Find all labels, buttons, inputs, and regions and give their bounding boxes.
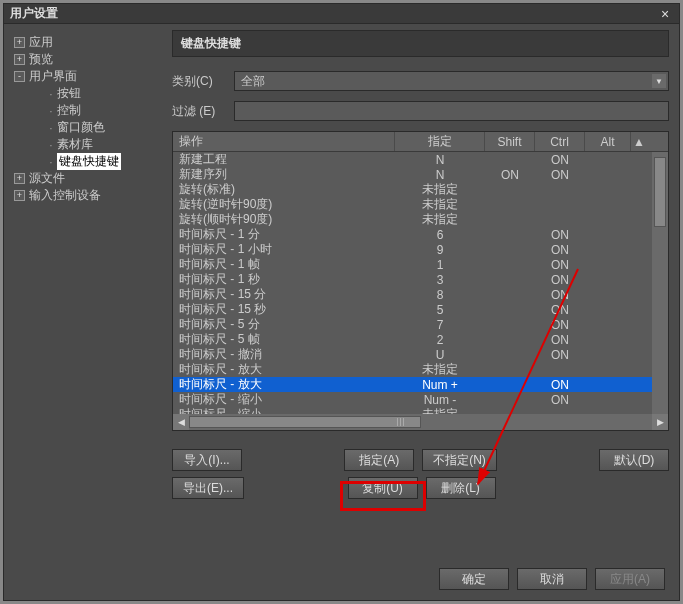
table-row[interactable]: 时间标尺 - 15 秒5ON — [173, 302, 668, 317]
table-row[interactable]: 时间标尺 - 撤消UON — [173, 347, 668, 362]
header-action[interactable]: 操作 — [173, 132, 395, 151]
tree-bullet-icon: · — [47, 104, 55, 118]
table-body[interactable]: 新建工程NON新建序列NONON旋转(标准)未指定旋转(逆时针90度)未指定旋转… — [173, 152, 668, 414]
table-row[interactable]: 时间标尺 - 5 帧2ON — [173, 332, 668, 347]
scroll-left-icon[interactable]: ◀ — [173, 414, 189, 430]
scroll-right-icon[interactable]: ▶ — [652, 414, 668, 430]
category-row: 类别(C) 全部 ▼ — [172, 71, 669, 91]
user-settings-dialog: 用户设置 × +应用+预览-用户界面·按钮·控制·窗口颜色·素材库·键盘快捷键+… — [3, 3, 680, 601]
expand-icon[interactable]: + — [14, 173, 25, 184]
cell-key: N — [395, 168, 485, 182]
table-row[interactable]: 时间标尺 - 缩小Num -ON — [173, 392, 668, 407]
table-row[interactable]: 时间标尺 - 缩小未指定 — [173, 407, 668, 414]
tree-item-label: 应用 — [29, 34, 53, 51]
tree-item[interactable]: +源文件 — [12, 170, 164, 187]
header-alt[interactable]: Alt — [585, 132, 631, 151]
category-combo[interactable]: 全部 ▼ — [234, 71, 669, 91]
titlebar: 用户设置 × — [4, 4, 679, 24]
duplicate-button[interactable]: 复制(U) — [348, 477, 418, 499]
filter-input[interactable] — [234, 101, 669, 121]
cell-key: U — [395, 348, 485, 362]
cell-action: 时间标尺 - 缩小 — [173, 406, 395, 414]
cell-key: 3 — [395, 273, 485, 287]
tree-item-label: 输入控制设备 — [29, 187, 101, 204]
table-row[interactable]: 时间标尺 - 放大Num +ON — [173, 377, 668, 392]
delete-button[interactable]: 删除(L) — [426, 477, 496, 499]
cell-ctrl: ON — [535, 153, 585, 167]
cell-ctrl: ON — [535, 333, 585, 347]
tree-item[interactable]: ·控制 — [32, 102, 164, 119]
cell-ctrl: ON — [535, 288, 585, 302]
header-key[interactable]: 指定 — [395, 132, 485, 151]
tree-item-label: 素材库 — [57, 136, 93, 153]
cell-key: 6 — [395, 228, 485, 242]
tree-item[interactable]: -用户界面 — [12, 68, 164, 85]
table-row[interactable]: 时间标尺 - 1 小时9ON — [173, 242, 668, 257]
dialog-body: +应用+预览-用户界面·按钮·控制·窗口颜色·素材库·键盘快捷键+源文件+输入控… — [4, 24, 679, 559]
tree-item[interactable]: +预览 — [12, 51, 164, 68]
cell-ctrl: ON — [535, 228, 585, 242]
expand-icon[interactable]: + — [14, 190, 25, 201]
tree-item-label: 预览 — [29, 51, 53, 68]
tree-item[interactable]: ·窗口颜色 — [32, 119, 164, 136]
table-row[interactable]: 时间标尺 - 放大未指定 — [173, 362, 668, 377]
cell-key: 未指定 — [395, 211, 485, 228]
category-value: 全部 — [241, 73, 265, 90]
horizontal-scrollbar[interactable]: ◀ ▶ — [173, 414, 668, 430]
tree-item[interactable]: ·键盘快捷键 — [32, 153, 164, 170]
tree-bullet-icon: · — [47, 121, 55, 135]
tree-bullet-icon: · — [47, 138, 55, 152]
cell-ctrl: ON — [535, 273, 585, 287]
table-row[interactable]: 新建工程NON — [173, 152, 668, 167]
unassign-button[interactable]: 不指定(N) — [422, 449, 497, 471]
tree-bullet-icon: · — [47, 155, 55, 169]
cell-ctrl: ON — [535, 258, 585, 272]
table-row[interactable]: 时间标尺 - 1 帧1ON — [173, 257, 668, 272]
table-header: 操作 指定 Shift Ctrl Alt ▲ — [173, 132, 668, 152]
hscroll-grip-icon — [397, 417, 409, 427]
settings-tree[interactable]: +应用+预览-用户界面·按钮·控制·窗口颜色·素材库·键盘快捷键+源文件+输入控… — [4, 24, 168, 559]
table-row[interactable]: 旋转(标准)未指定 — [173, 182, 668, 197]
export-button[interactable]: 导出(E)... — [172, 477, 244, 499]
default-button[interactable]: 默认(D) — [599, 449, 669, 471]
table-row[interactable]: 新建序列NONON — [173, 167, 668, 182]
table-row[interactable]: 时间标尺 - 5 分7ON — [173, 317, 668, 332]
table-row[interactable]: 时间标尺 - 15 分8ON — [173, 287, 668, 302]
assign-button[interactable]: 指定(A) — [344, 449, 414, 471]
cell-key: N — [395, 153, 485, 167]
header-ctrl[interactable]: Ctrl — [535, 132, 585, 151]
collapse-icon[interactable]: - — [14, 71, 25, 82]
import-button[interactable]: 导入(I)... — [172, 449, 242, 471]
header-shift[interactable]: Shift — [485, 132, 535, 151]
expand-icon[interactable]: + — [14, 37, 25, 48]
tree-item[interactable]: ·按钮 — [32, 85, 164, 102]
tree-item-label: 键盘快捷键 — [57, 153, 121, 170]
table-row[interactable]: 旋转(顺时针90度)未指定 — [173, 212, 668, 227]
apply-button[interactable]: 应用(A) — [595, 568, 665, 590]
hscroll-thumb[interactable] — [189, 416, 421, 428]
cell-ctrl: ON — [535, 303, 585, 317]
scroll-thumb[interactable] — [654, 157, 666, 227]
header-scroll-arrow[interactable]: ▲ — [631, 132, 647, 151]
cell-key: 8 — [395, 288, 485, 302]
ok-button[interactable]: 确定 — [439, 568, 509, 590]
filter-label: 过滤 (E) — [172, 103, 234, 120]
tree-item[interactable]: +应用 — [12, 34, 164, 51]
tree-item-label: 控制 — [57, 102, 81, 119]
cell-key: 2 — [395, 333, 485, 347]
category-label: 类别(C) — [172, 73, 234, 90]
close-icon[interactable]: × — [657, 6, 673, 22]
expand-icon[interactable]: + — [14, 54, 25, 65]
tree-item[interactable]: ·素材库 — [32, 136, 164, 153]
hscroll-track[interactable] — [189, 414, 652, 430]
table-row[interactable]: 旋转(逆时针90度)未指定 — [173, 197, 668, 212]
cancel-button[interactable]: 取消 — [517, 568, 587, 590]
table-row[interactable]: 时间标尺 - 1 秒3ON — [173, 272, 668, 287]
vertical-scrollbar[interactable] — [652, 152, 668, 414]
cell-ctrl: ON — [535, 168, 585, 182]
tree-item[interactable]: +输入控制设备 — [12, 187, 164, 204]
shortcut-table: 操作 指定 Shift Ctrl Alt ▲ 新建工程NON新建序列NONON旋… — [172, 131, 669, 431]
cell-key: Num - — [395, 393, 485, 407]
table-row[interactable]: 时间标尺 - 1 分6ON — [173, 227, 668, 242]
cell-key: 未指定 — [395, 361, 485, 378]
